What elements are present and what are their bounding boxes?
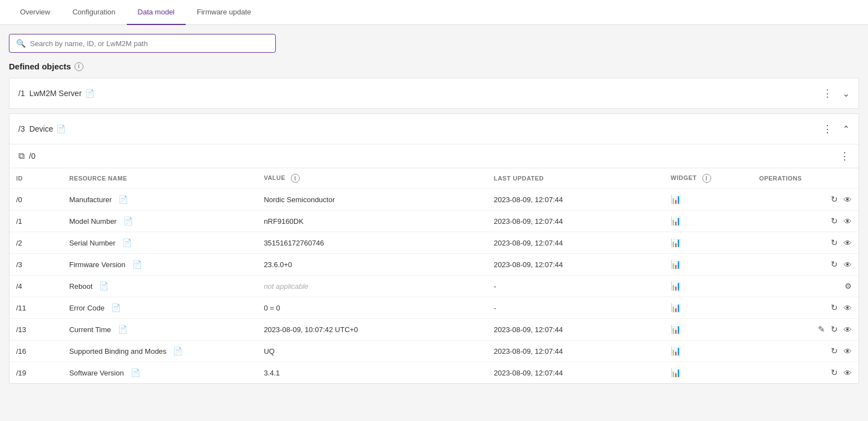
col-header-value: VALUE i <box>257 168 487 189</box>
three-dot-device[interactable]: ⋮ <box>819 122 836 136</box>
col-header-last-updated: LAST UPDATED <box>487 168 664 189</box>
tab-overview[interactable]: Overview <box>9 0 61 25</box>
resource-updated-firmware-version: 2023-08-09, 12:07:44 <box>487 254 664 275</box>
resource-id-2: /2 <box>9 232 62 254</box>
resource-value-software-version: 3.4.1 <box>257 362 487 384</box>
resource-ops-software-version: ↻ 👁 <box>752 362 859 384</box>
resource-ops-manufacturer: ↻ 👁 <box>752 189 859 210</box>
table-row: /0 Manufacturer 📄 Nordic Semiconductor 2… <box>9 189 859 210</box>
refresh-icon-manufacturer[interactable]: ↻ <box>831 194 838 204</box>
widget-info-icon[interactable]: i <box>702 174 711 183</box>
col-header-resource-name: RESOURCE NAME <box>62 168 257 189</box>
chevron-down-lwm2m-server[interactable]: ⌄ <box>842 88 850 99</box>
tab-firmware-update[interactable]: Firmware update <box>186 0 262 25</box>
resource-ops-reboot: ⚙ <box>752 275 859 297</box>
resource-widget-serial-number: 📊 <box>664 232 752 254</box>
resource-value-supported-binding: UQ <box>257 340 487 362</box>
view-icon-software-version[interactable]: 👁 <box>844 368 852 378</box>
refresh-icon-software-version[interactable]: ↻ <box>831 368 838 378</box>
resource-id-0: /0 <box>9 189 62 210</box>
resource-updated-error-code: - <box>487 297 664 319</box>
resource-ops-error-code: ↻ 👁 <box>752 297 859 319</box>
resource-name-manufacturer: Manufacturer 📄 <box>62 189 257 210</box>
doc-icon-error-code: 📄 <box>111 303 121 312</box>
doc-icon-manufacturer: 📄 <box>118 195 128 204</box>
object-name-device: Device <box>29 124 53 133</box>
resource-name-model-number: Model Number 📄 <box>62 210 257 232</box>
col-header-id: ID <box>9 168 62 189</box>
info-icon[interactable]: i <box>75 62 83 71</box>
resource-updated-reboot: - <box>487 275 664 297</box>
view-icon-serial-number[interactable]: 👁 <box>844 238 852 248</box>
table-row: /16 Supported Binding and Modes 📄 UQ 202… <box>9 340 859 362</box>
object-header-left: /1 LwM2M Server 📄 <box>18 89 95 98</box>
resource-name-current-time: Current Time 📄 <box>62 319 257 340</box>
resource-widget-supported-binding: 📊 <box>664 340 752 362</box>
resource-value-firmware-version: 23.6.0+0 <box>257 254 487 275</box>
resource-value-current-time: 2023-08-09, 10:07:42 UTC+0 <box>257 319 487 340</box>
resource-value-serial-number: 351516172760746 <box>257 232 487 254</box>
gear-icon-reboot[interactable]: ⚙ <box>845 282 852 290</box>
resource-ops-serial-number: ↻ 👁 <box>752 232 859 254</box>
chevron-up-device[interactable]: ⌃ <box>842 124 850 134</box>
resource-id-19: /19 <box>9 362 62 384</box>
object-id-3: /3 <box>18 124 25 133</box>
object-row-device: /3 Device 📄 ⋮ ⌃ ⧉ /0 ⋮ ID RESOURCE NAME <box>9 113 859 384</box>
doc-icon-lwm2m-server: 📄 <box>85 89 95 98</box>
defined-objects-label: Defined objects <box>9 62 71 71</box>
edit-icon-current-time[interactable]: ✎ <box>818 324 825 334</box>
object-id-1: /1 <box>18 89 25 98</box>
section-title: Defined objects i <box>9 62 859 71</box>
doc-icon-device: 📄 <box>56 124 66 133</box>
resource-widget-manufacturer: 📊 <box>664 189 752 210</box>
resource-widget-firmware-version: 📊 <box>664 254 752 275</box>
resource-name-reboot: Reboot 📄 <box>62 275 257 297</box>
view-icon-error-code[interactable]: 👁 <box>844 303 852 313</box>
three-dot-lwm2m-server[interactable]: ⋮ <box>819 86 836 101</box>
refresh-icon-firmware-version[interactable]: ↻ <box>831 259 838 269</box>
resource-updated-model-number: 2023-08-09, 12:07:44 <box>487 210 664 232</box>
resource-id-1: /1 <box>9 210 62 232</box>
tab-data-model[interactable]: Data model <box>127 0 186 25</box>
resource-name-serial-number: Serial Number 📄 <box>62 232 257 254</box>
resource-updated-manufacturer: 2023-08-09, 12:07:44 <box>487 189 664 210</box>
doc-icon-serial-number: 📄 <box>122 238 132 247</box>
search-bar: 🔍 <box>9 34 276 53</box>
resource-ops-model-number: ↻ 👁 <box>752 210 859 232</box>
resource-ops-supported-binding: ↻ 👁 <box>752 340 859 362</box>
object-header-left-device: /3 Device 📄 <box>18 124 66 133</box>
refresh-icon-error-code[interactable]: ↻ <box>831 303 838 313</box>
resource-updated-supported-binding: 2023-08-09, 12:07:44 <box>487 340 664 362</box>
resources-table: ID RESOURCE NAME VALUE i LAST UPDATED WI… <box>9 168 859 383</box>
resource-widget-model-number: 📊 <box>664 210 752 232</box>
table-row: /11 Error Code 📄 0 = 0 - 📊 ↻ 👁 <box>9 297 859 319</box>
doc-icon-model-number: 📄 <box>123 217 133 225</box>
refresh-icon-model-number[interactable]: ↻ <box>831 216 838 226</box>
doc-icon-current-time: 📄 <box>118 325 127 334</box>
resource-name-supported-binding: Supported Binding and Modes 📄 <box>62 340 257 362</box>
refresh-icon-serial-number[interactable]: ↻ <box>831 238 838 248</box>
resource-id-4: /4 <box>9 275 62 297</box>
object-header-lwm2m-server[interactable]: /1 LwM2M Server 📄 ⋮ ⌄ <box>9 78 859 108</box>
view-icon-manufacturer[interactable]: 👁 <box>844 195 852 204</box>
resource-updated-serial-number: 2023-08-09, 12:07:44 <box>487 232 664 254</box>
object-header-device[interactable]: /3 Device 📄 ⋮ ⌃ <box>9 114 859 144</box>
search-icon: 🔍 <box>16 39 26 48</box>
three-dot-instance[interactable]: ⋮ <box>840 150 850 162</box>
refresh-icon-current-time[interactable]: ↻ <box>831 324 838 334</box>
view-icon-current-time[interactable]: 👁 <box>844 325 852 334</box>
refresh-icon-supported-binding[interactable]: ↻ <box>831 346 838 356</box>
resource-widget-current-time: 📊 <box>664 319 752 340</box>
resource-updated-current-time: 2023-08-09, 12:07:44 <box>487 319 664 340</box>
resource-name-firmware-version: Firmware Version 📄 <box>62 254 257 275</box>
search-input[interactable] <box>30 39 269 48</box>
resource-widget-reboot: 📊 <box>664 275 752 297</box>
value-info-icon[interactable]: i <box>291 174 300 183</box>
tab-configuration[interactable]: Configuration <box>61 0 126 25</box>
table-row: /1 Model Number 📄 nRF9160DK 2023-08-09, … <box>9 210 859 232</box>
view-icon-model-number[interactable]: 👁 <box>844 217 852 226</box>
resource-id-16: /16 <box>9 340 62 362</box>
resource-value-model-number: nRF9160DK <box>257 210 487 232</box>
view-icon-firmware-version[interactable]: 👁 <box>844 260 852 269</box>
view-icon-supported-binding[interactable]: 👁 <box>844 347 852 356</box>
